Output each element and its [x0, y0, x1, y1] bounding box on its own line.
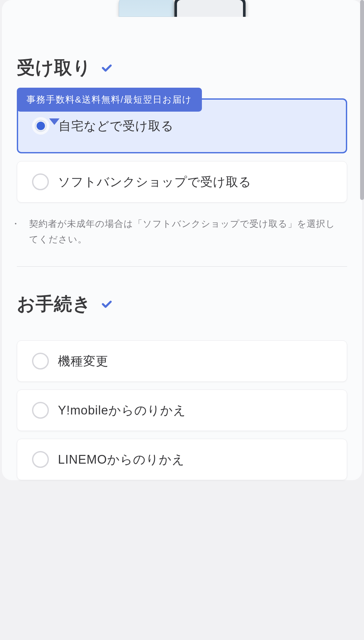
- product-image-area: [2, 0, 362, 17]
- phone-front-mock: [174, 0, 246, 17]
- main-card: 受け取り 事務手数料&送料無料/最短翌日お届け 自宅などで受け取る: [2, 0, 362, 480]
- page-scroll[interactable]: 受け取り 事務手数料&送料無料/最短翌日お届け 自宅などで受け取る: [0, 0, 364, 640]
- note-text: 契約者が未成年の場合は「ソフトバンクショップで受け取る」を選択してください。: [29, 219, 335, 244]
- radio-icon: [32, 451, 49, 468]
- procedure-option-ymobile[interactable]: Y!mobileからのりかえ: [17, 390, 347, 431]
- procedure-option-linemo-label: LINEMOからのりかえ: [58, 451, 185, 468]
- procedure-option-linemo[interactable]: LINEMOからのりかえ: [17, 439, 347, 480]
- receive-option-shop[interactable]: ソフトバンクショップで受け取る: [17, 161, 347, 203]
- procedure-option-change[interactable]: 機種変更: [17, 340, 347, 382]
- radio-dot-icon: [37, 122, 45, 130]
- procedure-section: お手続き 機種変更 Y!mobileからのりかえ: [2, 292, 362, 480]
- check-icon: [101, 298, 113, 310]
- procedure-title: お手続き: [17, 292, 91, 316]
- section-divider: [17, 266, 347, 267]
- phone-mockup: [119, 0, 246, 17]
- procedure-option-change-label: 機種変更: [58, 353, 108, 370]
- receive-option-home-label: 自宅などで受け取る: [59, 118, 174, 134]
- receive-section: 受け取り 事務手数料&送料無料/最短翌日お届け 自宅などで受け取る: [2, 56, 362, 267]
- receive-options: 事務手数料&送料無料/最短翌日お届け 自宅などで受け取る ソフトバンクショップで…: [17, 98, 347, 203]
- note-bullet: ・: [20, 216, 29, 232]
- procedure-options: 機種変更 Y!mobileからのりかえ LINEMOからのりかえ: [17, 340, 347, 480]
- radio-icon: [32, 173, 49, 190]
- radio-icon: [32, 117, 50, 135]
- promo-badge-tail: [49, 118, 60, 125]
- radio-icon: [32, 402, 49, 419]
- receive-option-shop-label: ソフトバンクショップで受け取る: [58, 174, 251, 190]
- promo-badge: 事務手数料&送料無料/最短翌日お届け: [17, 88, 202, 112]
- phone-back-mock: [119, 0, 174, 17]
- procedure-option-ymobile-label: Y!mobileからのりかえ: [58, 402, 186, 419]
- receive-title: 受け取り: [17, 56, 91, 80]
- check-icon: [101, 62, 113, 74]
- receive-option-home-wrapper: 事務手数料&送料無料/最短翌日お届け 自宅などで受け取る: [17, 98, 347, 153]
- scrollbar-thumb[interactable]: [360, 0, 364, 200]
- receive-note: ・契約者が未成年の場合は「ソフトバンクショップで受け取る」を選択してください。: [26, 210, 347, 247]
- receive-title-row: 受け取り: [17, 56, 347, 80]
- radio-icon: [32, 353, 49, 370]
- procedure-title-row: お手続き: [17, 292, 347, 316]
